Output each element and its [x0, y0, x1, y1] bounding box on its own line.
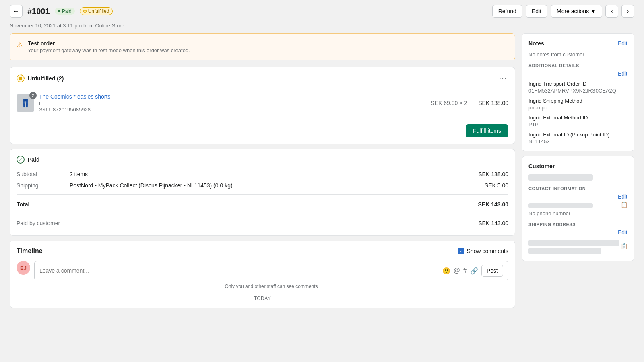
total-amount: SEK 143.00 — [478, 201, 509, 208]
external-method-value: P19 — [528, 121, 627, 128]
show-comments-label: Show comments — [467, 248, 508, 254]
shipping-edit-link[interactable]: Edit — [618, 229, 627, 236]
external-method-label: Ingrid External Method ID — [528, 115, 627, 121]
product-link[interactable]: The Cosmics * easies shorts — [39, 93, 110, 100]
more-actions-button[interactable]: More actions ▼ — [551, 5, 602, 18]
header-actions: Refund Edit More actions ▼ ‹ › — [492, 5, 634, 18]
comment-input-wrap: 🙂 @ # 🔗 Post — [34, 261, 508, 280]
email-blur — [528, 203, 593, 208]
product-line-total: SEK 138.00 — [472, 100, 508, 106]
unfulfilled-card: Unfulfilled (2) ⋯ 👖 2 The Cosmics * easi… — [10, 67, 515, 144]
paid-by-amount: SEK 143.00 — [472, 220, 508, 226]
warning-icon: ⚠ — [17, 41, 23, 49]
shipping-method-value: pnl-mpc — [528, 105, 627, 111]
contact-edit-link[interactable]: Edit — [618, 193, 627, 200]
show-comments-checkbox[interactable]: ✓ — [458, 248, 464, 254]
shipping-desc: PostNord - MyPack Collect (Discus Pijnac… — [65, 182, 472, 189]
customer-title: Customer — [528, 163, 555, 169]
fulfill-items-button[interactable]: Fulfill items — [466, 124, 508, 137]
address-line1-blur — [528, 240, 619, 246]
unfulfilled-status-icon — [17, 74, 25, 82]
shipping-copy-row: 📋 — [528, 238, 627, 254]
shipping-row: Shipping PostNord - MyPack Collect (Disc… — [17, 180, 508, 191]
customer-card: Customer CONTACT INFORMATION Edit 📋 No p… — [522, 156, 634, 261]
paid-title-row: ✓ Paid — [17, 156, 40, 164]
paid-status-icon: ✓ — [17, 156, 25, 164]
contact-info-label: CONTACT INFORMATION — [528, 186, 627, 191]
timeline-title: Timeline — [17, 247, 43, 255]
total-label: Total — [17, 201, 29, 208]
external-id-label: Ingrid External ID (Pickup Point ID) — [528, 132, 627, 138]
unfulfilled-title: Unfulfilled (2) — [28, 75, 64, 82]
additional-details-edit-link[interactable]: Edit — [618, 70, 627, 77]
comment-toolbar: 🙂 @ # 🔗 — [442, 267, 478, 275]
additional-details-label: ADDITIONAL DETAILS — [528, 63, 627, 68]
subtotal-amount: SEK 138.00 — [472, 171, 508, 177]
main-layout: ⚠ Test order Your payment gateway was in… — [0, 33, 644, 318]
external-id-value: NL11453 — [528, 138, 627, 144]
copy-email-icon[interactable]: 📋 — [621, 202, 627, 208]
comment-hint: Only you and other staff can see comment… — [34, 284, 508, 289]
paid-dot — [58, 10, 60, 12]
product-sku: SKU: 8720195085928 — [39, 107, 426, 113]
paid-label: Paid — [62, 8, 72, 14]
edit-button[interactable]: Edit — [526, 5, 547, 18]
notes-card: Notes Edit No notes from customer ADDITI… — [522, 33, 634, 151]
order-subtitle: November 10, 2021 at 3:11 pm from Online… — [0, 23, 644, 33]
shipping-method-label: Ingrid Shipping Method — [528, 98, 627, 104]
additional-details-header: Edit — [528, 70, 627, 77]
subtotal-desc: 2 items — [65, 171, 472, 177]
paid-title: Paid — [28, 156, 40, 163]
link-icon[interactable]: 🔗 — [470, 267, 478, 275]
shipping-address-label: SHIPPING ADDRESS — [528, 222, 627, 227]
shipping-header: Edit — [528, 229, 627, 236]
notes-edit-link[interactable]: Edit — [618, 40, 627, 47]
paid-by-customer-row: Paid by customer SEK 143.00 — [17, 218, 508, 229]
post-button[interactable]: Post — [481, 265, 503, 277]
paid-card-header: ✓ Paid — [17, 156, 508, 164]
customer-name-blur — [528, 174, 593, 181]
left-column: ⚠ Test order Your payment gateway was in… — [10, 33, 515, 308]
alert-title: Test order — [28, 40, 190, 47]
paid-card: ✓ Paid Subtotal 2 items SEK 138.00 Shipp… — [10, 149, 515, 236]
prev-order-button[interactable]: ‹ — [605, 5, 618, 18]
comment-input[interactable] — [39, 267, 439, 274]
timeline-header: Timeline ✓ Show comments — [17, 247, 508, 255]
customer-header: Customer — [528, 163, 627, 169]
alert-content: Test order Your payment gateway was in t… — [28, 40, 190, 53]
order-number: #1001 — [27, 7, 50, 16]
more-actions-label: More actions — [557, 8, 589, 14]
subtotal-row: Subtotal 2 items SEK 138.00 — [17, 169, 508, 180]
product-thumbnail-wrap: 👖 2 — [17, 94, 34, 112]
unfulfilled-card-header: Unfulfilled (2) ⋯ — [17, 74, 508, 83]
back-button[interactable]: ← — [10, 5, 23, 18]
fulfill-row: Fulfill items — [17, 119, 508, 137]
copy-address-icon[interactable]: 📋 — [621, 243, 627, 249]
paid-badge: Paid — [55, 8, 75, 15]
hashtag-icon[interactable]: # — [463, 267, 467, 275]
contact-header: Edit — [528, 193, 627, 200]
notes-title: Notes — [528, 40, 544, 47]
right-column: Notes Edit No notes from customer ADDITI… — [522, 33, 634, 308]
product-info: The Cosmics * easies shorts L SKU: 87201… — [39, 93, 426, 113]
avatar: EJ — [17, 261, 30, 275]
unfulfilled-dot — [83, 10, 87, 13]
product-row: 👖 2 The Cosmics * easies shorts L SKU: 8… — [17, 88, 508, 117]
alert-body: Your payment gateway was in test mode wh… — [28, 47, 190, 53]
unfulfilled-more-button[interactable]: ⋯ — [497, 74, 508, 83]
emoji-icon[interactable]: 🙂 — [442, 267, 450, 275]
total-row: Total SEK 143.00 — [17, 198, 508, 211]
comment-row: EJ 🙂 @ # 🔗 Post — [17, 261, 508, 289]
comment-input-area: 🙂 @ # 🔗 Post Only you and other staff ca… — [34, 261, 508, 289]
transport-value: 01FM532APMRVPX9N2JRS0CEA2Q — [528, 88, 627, 94]
today-label: TODAY — [17, 296, 508, 301]
paid-by-label: Paid by customer — [17, 220, 65, 226]
mention-icon[interactable]: @ — [454, 267, 460, 275]
shipping-amount: SEK 5.00 — [472, 182, 508, 189]
product-unit-price: SEK 69.00 × 2 — [431, 100, 467, 106]
notes-header: Notes Edit — [528, 40, 627, 47]
refund-button[interactable]: Refund — [492, 5, 522, 18]
no-notes-text: No notes from customer — [528, 51, 627, 58]
product-qty-badge: 2 — [29, 92, 37, 99]
next-order-button[interactable]: › — [621, 5, 634, 18]
